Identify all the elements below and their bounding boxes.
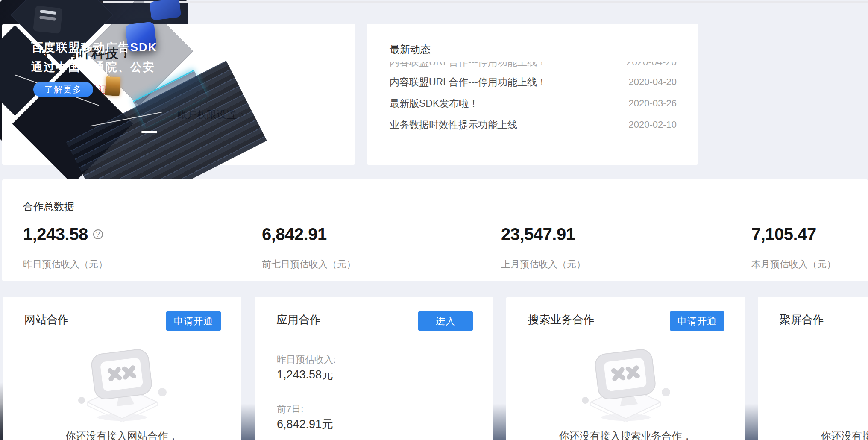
stat-value: 6,842.91 [262, 225, 327, 244]
coop-stat-label: 前7日: [277, 403, 303, 416]
website-coop-card: 网站合作 申请开通 你还没有接入网站合作， [3, 297, 241, 440]
tv-crossed-eyes-icon [77, 345, 167, 426]
coop-stat-value: 6,842.91元 [277, 417, 333, 432]
summary-stats-band: 合作总数据 1,243.58? 昨日预估收入（元） 6,842.91 前七日预估… [2, 179, 868, 281]
news-item-clipped-date: 2020-04-20 [626, 62, 677, 68]
coop-stat-value: 1,243.58元 [277, 367, 333, 382]
stat-thismonth-income: 7,105.47 本月预估收入（元） [751, 225, 816, 244]
empty-state-text: 你还没有接入网站合作， [3, 429, 241, 440]
screen-coop-card: 聚屏合作 你还没有接入聚屏合作， [758, 297, 868, 440]
banner-headline-line2: 通过中国信通院、公安 [31, 59, 155, 75]
stat-label: 上月预估收入（元） [501, 258, 586, 271]
coop-card-title: 应用合作 [276, 312, 321, 327]
banner-art [33, 6, 63, 34]
coop-stat-label: 昨日预估收入: [277, 353, 336, 366]
stat-lastmonth-income: 23,547.91 上月预估收入（元） [501, 225, 575, 244]
apply-open-button[interactable]: 申请开通 [166, 311, 221, 331]
video-progress-track[interactable] [103, 1, 868, 3]
news-item-clipped-text: 内容联盟URL合作---停用功能上线！ [390, 62, 547, 68]
coop-card-title: 聚屏合作 [780, 312, 824, 327]
news-item-text: 内容联盟URL合作---停用功能上线！ [390, 76, 547, 89]
news-card: 最新动态 内容联盟URL合作---停用功能上线！ 2020-04-20 内容联盟… [367, 24, 698, 165]
coop-card-title: 搜索业务合作 [528, 312, 595, 327]
news-item-text: 最新版SDK发布啦！ [390, 97, 478, 110]
news-item[interactable]: 最新版SDK发布啦！ 2020-03-26 [390, 97, 677, 110]
banner-art [141, 131, 157, 133]
app-coop-card: 应用合作 进入 昨日预估收入: 1,243.58元 前7日: 6,842.91元 [255, 297, 493, 440]
news-item-date: 2020-04-20 [628, 76, 677, 88]
stat-label: 本月预估收入（元） [751, 258, 836, 271]
stat-last7days-income: 6,842.91 前七日预估收入（元） [262, 225, 327, 244]
empty-state-text: 你还没有接入聚屏合作， [758, 429, 868, 440]
search-coop-card: 搜索业务合作 申请开通 你还没有接入搜索业务合作， [506, 297, 745, 440]
coop-card-title: 网站合作 [24, 312, 69, 327]
stat-value: 23,547.91 [501, 225, 575, 244]
news-item[interactable]: 内容联盟URL合作---停用功能上线！ 2020-04-20 [390, 76, 677, 88]
banner-art [105, 76, 121, 96]
banner-headline-line1: 百度联盟移动广告SDK [31, 40, 157, 55]
stat-yesterday-income: 1,243.58? 昨日预估收入（元） [23, 225, 103, 244]
news-item-date: 2020-02-10 [628, 119, 677, 130]
news-item-text: 业务数据时效性提示功能上线 [390, 118, 517, 132]
stat-value: 7,105.47 [751, 225, 816, 244]
banner-art [150, 0, 182, 21]
news-item[interactable]: 业务数据时效性提示功能上线 2020-02-10 [390, 118, 677, 131]
news-item-date: 2020-03-26 [628, 98, 677, 109]
apply-open-button[interactable]: 申请开通 [670, 311, 724, 331]
stat-value: 1,243.58 [23, 225, 88, 244]
help-icon[interactable]: ? [93, 229, 103, 239]
empty-state-text: 你还没有接入搜索业务合作， [506, 429, 745, 440]
learn-more-button[interactable]: 了解更多 [33, 82, 93, 97]
tv-crossed-eyes-icon [581, 345, 671, 426]
stat-label: 昨日预估收入（元） [23, 258, 108, 271]
enter-button[interactable]: 进入 [418, 311, 473, 331]
dashboard-page: 您好，晴叶科技！ 实名认证： 已验证 查看付款记录› 账户权限设置› 最新动态 … [0, 0, 868, 440]
news-title: 最新动态 [390, 43, 431, 56]
summary-title: 合作总数据 [23, 200, 74, 214]
news-item-clipped: 内容联盟URL合作---停用功能上线！ 2020-04-20 [390, 62, 677, 69]
promo-banner[interactable]: 百度联盟移动广告SDK 通过中国信通院、公安 了解更多 [0, 0, 188, 141]
stat-label: 前七日预估收入（元） [262, 258, 356, 271]
